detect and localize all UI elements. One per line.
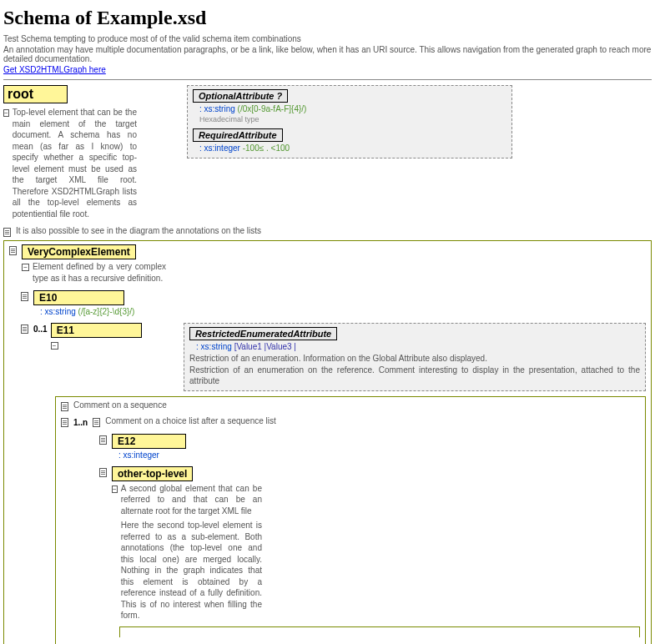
otl-desc-1: A second global element that can be refe… (121, 483, 262, 517)
intro-para-1: Test Schema tempting to produce most of … (3, 34, 652, 43)
collapse-icon[interactable] (112, 486, 118, 493)
choice-comment: Comment on a choice list after a sequenc… (105, 416, 276, 425)
doc-icon (93, 418, 100, 427)
doc-icon (99, 468, 107, 477)
element-other-top-level: other-top-level (112, 466, 193, 481)
element-e10: E10 (33, 290, 124, 305)
doc-icon (21, 325, 28, 334)
attr-optional: OptionalAttribute ? (193, 89, 288, 103)
e10-type: : xs:string (40, 307, 76, 316)
rea-enum: [Value1 |Value3 | (234, 342, 296, 351)
root-description: Top-level element that can be the main e… (13, 107, 137, 219)
element-e11: E11 (51, 323, 142, 338)
doc-icon (99, 435, 107, 445)
rea-desc-2: Restriction of an enumeration on the ref… (189, 365, 640, 387)
get-tool-link[interactable]: Get XSD2HTMLGraph here (3, 65, 106, 74)
doc-icon (3, 228, 11, 237)
e11-occurrence: 0..1 (33, 325, 48, 334)
sequence-comment: Comment on a sequence (73, 400, 167, 410)
doc-icon (61, 402, 68, 411)
attr-restricted-enum: RestrictedEnumeratedAttribute (189, 327, 337, 340)
attr-required-range: -100≤ . <100 (243, 143, 290, 153)
attr-optional-note: Hexadecimal type (199, 115, 506, 123)
divider (3, 79, 652, 80)
attr-required-type: : xs:integer (199, 143, 240, 153)
list-annotations-note: It is also possible to see in the diagra… (16, 226, 261, 235)
choice-occurrence: 1..n (73, 418, 88, 427)
doc-icon (21, 292, 28, 301)
e12-type: : xs:integer (118, 450, 186, 460)
page-title: Schema of Example.xsd (3, 7, 652, 29)
intro-para-2: An annotation may have multiple document… (3, 45, 652, 63)
doc-icon (61, 418, 68, 427)
attr-optional-pattern: (/0x[0-9a-fA-F]{4}/) (238, 104, 307, 113)
otl-desc-2: Here the second top-level element is ref… (121, 520, 262, 621)
element-e12: E12 (112, 434, 186, 449)
attr-required: RequiredAttribute (193, 128, 283, 142)
rea-desc-1: Restriction of an enumeration. Informati… (189, 353, 640, 365)
element-root: root (3, 85, 68, 103)
vce-description: Element defined by a very complex type a… (33, 261, 166, 284)
e10-pattern: (/[a-z]{2}-\d{3}/) (78, 307, 135, 316)
collapse-icon[interactable] (51, 342, 58, 350)
collapse-icon[interactable] (22, 264, 29, 271)
element-very-complex: VeryComplexElement (22, 244, 136, 259)
collapse-icon[interactable] (3, 109, 9, 117)
rea-type: : xs:string (196, 342, 232, 351)
attr-optional-type: : xs:string (199, 104, 235, 113)
doc-icon (9, 246, 17, 255)
